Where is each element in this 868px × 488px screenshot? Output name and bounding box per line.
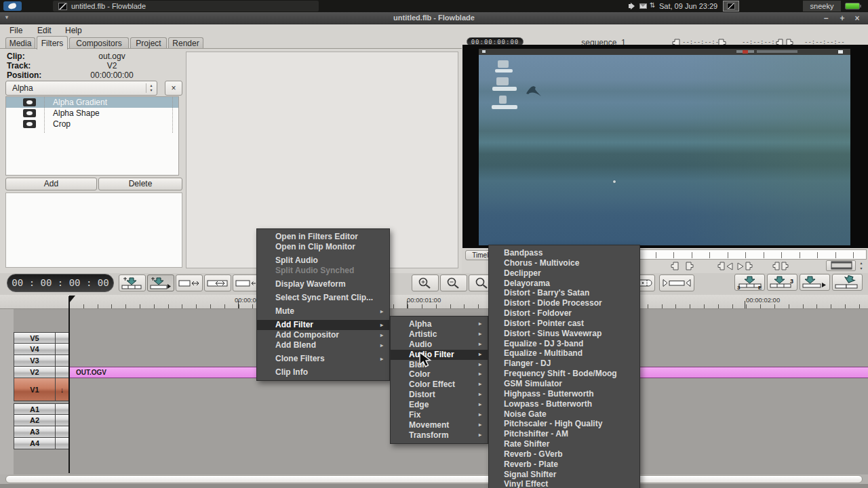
close-button[interactable]: × xyxy=(852,14,863,23)
menu-item[interactable]: GSM Simulator xyxy=(489,379,639,389)
zoom-in-button[interactable] xyxy=(412,274,439,291)
menu-item[interactable]: Rate Shifter xyxy=(489,439,639,449)
slip-tool-button[interactable] xyxy=(233,274,260,291)
menu-item[interactable]: Mute▸ xyxy=(257,306,389,317)
tab-media[interactable]: Media xyxy=(5,37,35,49)
trim-tool-button[interactable] xyxy=(176,274,203,291)
track-control-cell[interactable] xyxy=(56,403,69,415)
menu-item[interactable]: Color▸ xyxy=(391,369,488,380)
menu-item[interactable]: Fix▸ xyxy=(391,410,488,420)
menu-item[interactable]: Vinyl Effect xyxy=(489,479,639,488)
menu-item[interactable]: Open in Filters Editor xyxy=(257,232,389,242)
menu-item[interactable]: Open in Clip Monitor xyxy=(257,242,389,252)
menu-item[interactable]: Signal Shifter xyxy=(489,470,639,480)
menu-item[interactable]: Distort - Foldover xyxy=(489,308,639,319)
active-track-arrow-icon[interactable]: ↓ xyxy=(56,378,69,401)
set-mark-in-icon[interactable] xyxy=(669,262,679,271)
track-control-cell[interactable] xyxy=(56,415,69,426)
menu-file[interactable]: File xyxy=(9,26,22,35)
menu-item[interactable]: Color Effect▸ xyxy=(391,380,488,390)
menu-item[interactable]: Add Compositor▸ xyxy=(257,330,389,340)
menu-item[interactable]: Equalize - DJ 3-band xyxy=(489,339,639,349)
battery-icon[interactable] xyxy=(845,3,860,9)
menu-item[interactable]: Flanger - DJ xyxy=(489,359,639,369)
roll-tool-button[interactable] xyxy=(204,274,231,291)
menu-item[interactable]: Noise Gate xyxy=(489,409,639,420)
range-overwrite-3-button[interactable]: 3E xyxy=(734,274,765,291)
menu-item[interactable]: Distort - Diode Processor xyxy=(489,298,639,308)
menu-item[interactable]: Transform▸ xyxy=(391,430,488,441)
tab-project[interactable]: Project xyxy=(130,37,167,49)
combo-spinner-icon[interactable]: ▴▾ xyxy=(146,83,153,93)
filter-list-item[interactable]: Alpha Shape xyxy=(6,108,178,119)
menu-item[interactable]: Equalize - Multiband xyxy=(489,348,639,359)
timeline-hscroll-thumb[interactable] xyxy=(5,475,863,483)
menu-item[interactable]: Frequency Shift - Bode/Moog xyxy=(489,369,639,379)
overwrite-tool-button[interactable] xyxy=(147,274,174,291)
volume-icon[interactable] xyxy=(629,3,637,11)
tab-compositors[interactable]: Compositors xyxy=(69,37,129,49)
minimize-button[interactable]: − xyxy=(821,14,831,23)
playhead-marker[interactable] xyxy=(69,296,75,303)
menu-item[interactable]: Distort▸ xyxy=(391,390,488,400)
insert-tool-button[interactable] xyxy=(119,274,146,291)
menu-item[interactable]: Movement▸ xyxy=(391,420,488,430)
track-header-v5[interactable]: V5 xyxy=(14,332,69,344)
go-to-mark-out-icon[interactable] xyxy=(736,262,753,271)
track-header-a3[interactable]: A3 xyxy=(14,426,69,438)
track-header-a4[interactable]: A4 xyxy=(14,438,69,449)
menu-item-add-filter[interactable]: Add Filter▸ xyxy=(257,320,389,330)
tray-app-icon[interactable] xyxy=(723,1,739,12)
track-header-v4[interactable]: V4 xyxy=(14,344,69,355)
menu-item[interactable]: Lowpass - Butterworth xyxy=(489,399,639,409)
zoom-out-button[interactable] xyxy=(440,274,467,291)
menu-item[interactable]: Artistic▸ xyxy=(391,329,488,340)
menu-item[interactable]: Blur▸ xyxy=(391,360,488,370)
applications-menu-icon[interactable] xyxy=(3,1,22,11)
tab-render[interactable]: Render xyxy=(168,37,203,49)
track-header-v2[interactable]: V2 xyxy=(14,367,69,378)
mail-icon[interactable] xyxy=(639,3,647,9)
filter-list-item[interactable]: Alpha Gradient xyxy=(6,97,178,108)
filter-group-select[interactable]: Alpha ▴▾ xyxy=(5,81,157,96)
taskbar-window-button[interactable]: untitled.flb - Flowblade xyxy=(53,1,319,12)
track-control-cell[interactable] xyxy=(56,355,69,367)
range-insert-3-button[interactable]: 3 xyxy=(767,274,797,291)
menu-item[interactable]: Delayorama xyxy=(489,279,639,289)
menu-item[interactable]: Pitchscaler - High Quality xyxy=(489,419,639,429)
track-control-cell[interactable] xyxy=(56,344,69,355)
playhead-line[interactable] xyxy=(68,296,70,473)
track-control-cell[interactable] xyxy=(56,438,69,449)
menu-item[interactable]: Highpass - Butterworth xyxy=(489,389,639,399)
tab-filters[interactable]: Filters xyxy=(37,36,68,49)
menu-item-audio-filter[interactable]: Audio Filter▸ xyxy=(391,350,488,360)
overwrite-range-button[interactable] xyxy=(832,274,863,291)
track-header-v1-active[interactable]: V1 ↓ xyxy=(14,378,69,401)
menu-item[interactable]: Distort - Sinus Wavewrap xyxy=(489,329,639,339)
menu-item[interactable]: Reverb - Plate xyxy=(489,460,639,470)
track-header-a1[interactable]: A1 xyxy=(14,403,69,415)
clear-filter-group-button[interactable]: × xyxy=(165,81,182,96)
updown-arrows-icon[interactable]: ⇅ xyxy=(650,1,655,9)
track-header-a2[interactable]: A2 xyxy=(14,415,69,426)
track-control-cell[interactable] xyxy=(56,367,69,378)
menu-item[interactable]: Alpha▸ xyxy=(391,319,488,329)
add-filter-button[interactable]: Add xyxy=(5,178,97,190)
menu-edit[interactable]: Edit xyxy=(37,26,52,35)
menu-item[interactable]: Distort - Barry's Satan xyxy=(489,288,639,298)
menu-item[interactable]: Clone Filters▸ xyxy=(257,354,389,364)
view-mode-button[interactable] xyxy=(826,260,856,271)
menu-item[interactable]: Distort - Pointer cast xyxy=(489,319,639,329)
menu-item[interactable]: Reverb - GVerb xyxy=(489,449,639,460)
track-header-v3[interactable]: V3 xyxy=(14,355,69,367)
filter-list-item[interactable]: Crop xyxy=(6,119,178,129)
maximize-button[interactable]: + xyxy=(837,14,848,23)
clock[interactable]: Sat, 09 Jun 23:29 xyxy=(659,2,717,10)
menu-item[interactable]: Edge▸ xyxy=(391,400,488,410)
range-play-button[interactable] xyxy=(659,274,694,291)
view-spinner-icon[interactable]: ▴▾ xyxy=(857,260,865,271)
menu-help[interactable]: Help xyxy=(65,26,82,35)
menu-item[interactable]: Select Sync Parent Clip... xyxy=(257,293,389,303)
menu-item[interactable]: Audio▸ xyxy=(391,340,488,350)
append-clip-button[interactable] xyxy=(800,274,830,291)
